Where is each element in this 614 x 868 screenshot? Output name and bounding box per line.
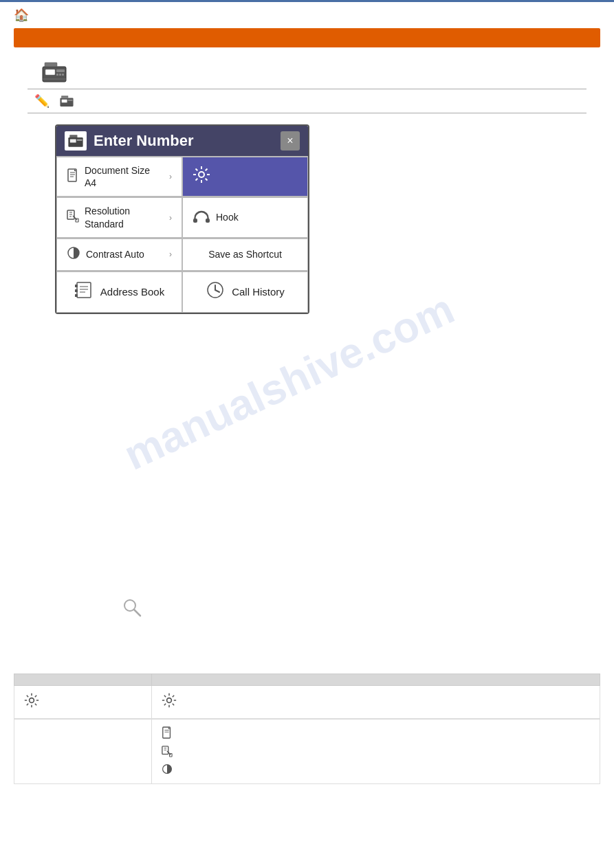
resolution-icon [67, 209, 79, 226]
svg-point-60 [167, 698, 172, 703]
sub-icons [162, 726, 590, 777]
call-history-button[interactable]: Call History [182, 271, 308, 313]
address-book-icon [74, 281, 94, 303]
document-size-arrow: › [169, 172, 172, 181]
resolution-arrow: › [169, 213, 172, 223]
table-row-2 [14, 720, 600, 784]
gear-icon-table-1 [24, 695, 39, 711]
panel-title: Enter Number [94, 132, 193, 150]
svg-rect-6 [45, 63, 57, 67]
svg-rect-9 [62, 100, 67, 103]
contrast-icon [67, 246, 80, 263]
table-row-1 [14, 686, 600, 719]
resolution-button[interactable]: Resolution Standard › [56, 197, 182, 237]
table-col1-header [14, 674, 152, 686]
svg-line-27 [206, 179, 208, 181]
gear-icon-table-2 [162, 695, 177, 711]
hook-phone-icon [193, 208, 210, 227]
panel-bottom-row: Address Book Call History [56, 271, 308, 313]
panel-header: Enter Number × [56, 126, 308, 156]
svg-rect-39 [77, 282, 91, 298]
panel-header-left: Enter Number [65, 131, 193, 151]
svg-rect-10 [68, 100, 73, 101]
svg-rect-73 [162, 746, 168, 755]
svg-line-59 [27, 704, 28, 705]
table-cell-1-1 [14, 686, 152, 719]
magnifier-icon [122, 598, 142, 619]
contrast-label: Contrast Auto [86, 248, 144, 260]
svg-rect-43 [75, 285, 78, 287]
panel-row-2: Resolution Standard › Hook [56, 197, 308, 237]
section-bar [14, 28, 600, 47]
svg-rect-11 [61, 96, 68, 98]
contrast-icon-sub [162, 764, 590, 777]
svg-line-57 [35, 704, 36, 705]
svg-line-68 [164, 704, 166, 705]
svg-line-26 [196, 169, 198, 171]
document-icon [67, 168, 79, 186]
svg-rect-1 [45, 69, 55, 75]
svg-rect-5 [62, 74, 64, 76]
table-cell-2-2 [152, 720, 600, 784]
svg-line-28 [206, 169, 208, 171]
contrast-button[interactable]: Contrast Auto › [56, 238, 182, 271]
gear-icon [193, 166, 210, 188]
home-area: 🏠 [0, 2, 614, 25]
fax-device-icon [41, 61, 67, 83]
svg-line-67 [173, 695, 174, 697]
svg-rect-44 [75, 289, 78, 292]
res-icon-sub [162, 745, 590, 759]
svg-rect-37 [206, 219, 210, 223]
svg-rect-14 [77, 140, 83, 142]
hook-label: Hook [216, 211, 239, 223]
save-shortcut-button[interactable]: Save as Shortcut [182, 238, 308, 271]
svg-line-29 [196, 179, 198, 181]
svg-point-51 [30, 698, 34, 703]
clock-icon [206, 280, 225, 304]
svg-rect-45 [75, 294, 78, 297]
bottom-section [14, 674, 600, 784]
svg-rect-15 [69, 135, 77, 137]
address-book-button[interactable]: Address Book [56, 271, 182, 313]
resolution-label: Resolution Standard [85, 205, 164, 230]
svg-rect-13 [70, 140, 76, 143]
home-icon[interactable]: 🏠 [14, 8, 29, 23]
svg-line-48 [215, 290, 219, 292]
svg-rect-3 [56, 74, 58, 76]
panel-container: Enter Number × Document Size A4 › [55, 124, 309, 314]
address-book-label: Address Book [100, 285, 164, 299]
table-cell-1-2 [152, 686, 600, 719]
bottom-table [14, 674, 600, 784]
svg-rect-36 [193, 219, 197, 223]
table-col2-header [152, 674, 600, 686]
save-shortcut-label: Save as Shortcut [208, 248, 282, 260]
fax-icon-row [0, 56, 614, 86]
pencil-icon: ✏️ [34, 93, 50, 109]
fax-note-icon [59, 95, 74, 107]
document-size-button[interactable]: Document Size A4 › [56, 157, 182, 197]
svg-rect-4 [59, 74, 61, 76]
table-cell-2-1 [14, 720, 152, 784]
svg-line-50 [134, 610, 140, 616]
panel-row-3: Contrast Auto › Save as Shortcut [56, 238, 308, 271]
doc-icon-sub [162, 726, 590, 741]
svg-point-21 [199, 172, 204, 177]
svg-line-58 [35, 695, 36, 697]
panel-fax-icon [65, 131, 87, 151]
panel-close-button[interactable]: × [281, 131, 300, 151]
svg-rect-2 [56, 69, 65, 72]
svg-line-65 [164, 695, 166, 697]
panel-row-1: Document Size A4 › [56, 156, 308, 197]
note-row: ✏️ [28, 89, 586, 113]
svg-rect-35 [76, 219, 78, 222]
document-size-label: Document Size A4 [85, 164, 164, 189]
svg-line-66 [173, 704, 174, 705]
hook-button[interactable]: Hook [182, 197, 308, 237]
call-history-label: Call History [232, 285, 285, 299]
contrast-arrow: › [169, 249, 172, 259]
gear-settings-button[interactable] [182, 157, 308, 197]
svg-line-56 [27, 695, 28, 697]
